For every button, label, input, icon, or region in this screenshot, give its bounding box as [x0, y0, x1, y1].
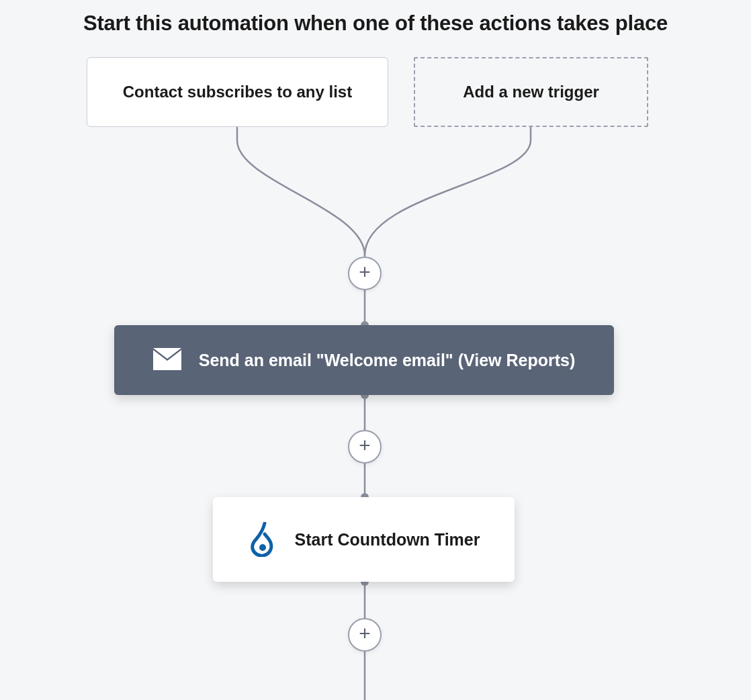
step-label: Send an email "Welcome email" (View Repo…	[199, 351, 575, 370]
add-step-button[interactable]: +	[348, 430, 382, 464]
envelope-icon	[153, 350, 181, 370]
svg-point-2	[259, 544, 266, 551]
plus-icon: +	[359, 435, 371, 455]
trigger-subscribes[interactable]: Contact subscribes to any list	[87, 57, 388, 127]
step-send-email[interactable]: Send an email "Welcome email" (View Repo…	[114, 325, 614, 395]
plus-icon: +	[359, 623, 371, 644]
automation-canvas: Start this automation when one of these …	[0, 0, 751, 700]
add-trigger-label: Add a new trigger	[463, 83, 599, 101]
timer-icon	[248, 523, 276, 556]
plus-icon: +	[359, 262, 371, 282]
add-step-button[interactable]: +	[348, 618, 382, 652]
page-title: Start this automation when one of these …	[0, 11, 751, 36]
add-trigger-button[interactable]: Add a new trigger	[414, 57, 648, 127]
step-label: Start Countdown Timer	[295, 530, 480, 550]
add-step-button[interactable]: +	[348, 257, 382, 290]
trigger-label: Contact subscribes to any list	[123, 83, 352, 101]
step-countdown-timer[interactable]: Start Countdown Timer	[213, 497, 515, 582]
